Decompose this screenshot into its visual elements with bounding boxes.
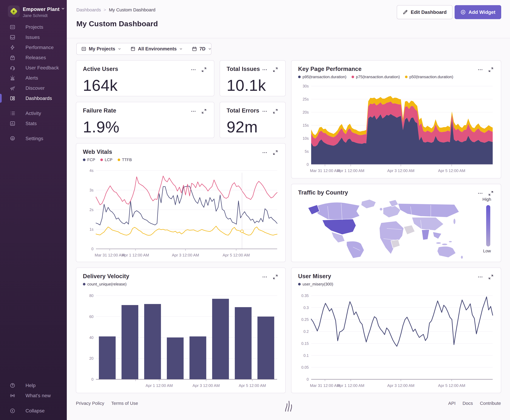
svg-text:10s: 10s bbox=[303, 136, 309, 141]
chevron-down-icon bbox=[208, 47, 211, 51]
releases-icon bbox=[9, 55, 15, 61]
sidebar-item-alerts[interactable]: Alerts bbox=[0, 73, 67, 83]
widget-title: Total Errors bbox=[227, 107, 259, 115]
breadcrumb: Dashboards > My Custom Dashboard bbox=[76, 7, 155, 12]
widget-menu-button[interactable] bbox=[261, 274, 268, 280]
add-widget-button[interactable]: Add Widget bbox=[455, 5, 501, 19]
chart-legend: user_misery(300) bbox=[298, 282, 333, 286]
widget-menu-button[interactable] bbox=[190, 108, 197, 115]
widget-menu-button[interactable] bbox=[190, 66, 197, 73]
date-range-filter[interactable]: 7D bbox=[187, 43, 211, 54]
user-feedback-icon bbox=[9, 65, 15, 71]
project-filter-icon bbox=[81, 46, 86, 52]
map-legend-high: High bbox=[482, 197, 491, 202]
svg-text:0.25: 0.25 bbox=[301, 317, 309, 322]
widget-expand-button[interactable] bbox=[488, 190, 494, 197]
widget-menu-button[interactable] bbox=[261, 66, 268, 73]
delivery-velocity-chart: 020406080Apr 1 12:00 AMApr 3 12:00 AMApr… bbox=[82, 293, 280, 390]
footer-left-links: Privacy Policy Terms of Use bbox=[76, 401, 138, 406]
svg-text:Apr 3 12:00 AM: Apr 3 12:00 AM bbox=[387, 383, 414, 388]
widget-title: Web Vitals bbox=[83, 149, 112, 156]
sidebar-item-projects[interactable]: Projects bbox=[0, 22, 67, 32]
privacy-policy-link[interactable]: Privacy Policy bbox=[76, 401, 104, 406]
svg-text:Apr 5 12:00 AM: Apr 5 12:00 AM bbox=[438, 168, 465, 173]
widget-expand-button[interactable] bbox=[201, 108, 207, 115]
svg-text:Mar 31 12:00 AM: Mar 31 12:00 AM bbox=[95, 253, 125, 257]
svg-text:Apr 3 12:00 AM: Apr 3 12:00 AM bbox=[387, 168, 414, 173]
sidebar-item-help[interactable]: Help bbox=[0, 380, 67, 390]
pencil-icon bbox=[403, 9, 408, 15]
svg-text:Apr 1 12:00 AM: Apr 1 12:00 AM bbox=[337, 383, 364, 388]
sidebar-collapse-button[interactable]: Collapse bbox=[0, 406, 67, 416]
svg-text:30s: 30s bbox=[303, 84, 309, 88]
svg-text:2s: 2s bbox=[89, 208, 94, 212]
projects-icon bbox=[9, 24, 15, 30]
sidebar-item-activity[interactable]: Activity bbox=[0, 108, 67, 119]
svg-text:0.05: 0.05 bbox=[301, 365, 309, 369]
terms-of-use-link[interactable]: Terms of Use bbox=[111, 401, 138, 406]
calendar-icon bbox=[192, 46, 197, 52]
api-link[interactable]: API bbox=[448, 401, 456, 406]
widget-expand-button[interactable] bbox=[488, 274, 494, 280]
widget-menu-button[interactable] bbox=[261, 108, 268, 115]
widget-total-errors: Total Errors 92m bbox=[220, 102, 286, 138]
svg-text:0.35: 0.35 bbox=[301, 293, 309, 298]
filter-bar: My Projects All Environments 7D bbox=[76, 43, 211, 55]
discover-icon bbox=[9, 85, 15, 91]
world-map bbox=[302, 196, 477, 259]
contribute-link[interactable]: Contribute bbox=[480, 401, 501, 406]
svg-text:0: 0 bbox=[91, 247, 94, 251]
org-switcher[interactable]: Empower Plant Jane Schmidt bbox=[8, 6, 63, 18]
svg-text:4s: 4s bbox=[89, 168, 94, 173]
footer-right-links: API Docs Contribute bbox=[448, 401, 501, 406]
svg-text:0.3: 0.3 bbox=[303, 306, 309, 310]
widget-expand-button[interactable] bbox=[488, 66, 494, 73]
sidebar-item-user-feedback[interactable]: User Feedback bbox=[0, 63, 67, 73]
widget-delivery-velocity: Delivery Velocity count_unique(release) … bbox=[76, 268, 286, 393]
svg-text:15s: 15s bbox=[303, 123, 309, 128]
org-user: Jane Schmidt bbox=[23, 13, 65, 18]
environment-filter[interactable]: All Environments bbox=[126, 43, 187, 54]
sidebar-item-releases[interactable]: Releases bbox=[0, 52, 67, 63]
widget-menu-button[interactable] bbox=[477, 66, 484, 73]
sidebar-item-issues[interactable]: Issues bbox=[0, 32, 67, 42]
sidebar-item-performance[interactable]: Performance bbox=[0, 42, 67, 52]
widget-menu-button[interactable] bbox=[477, 190, 484, 197]
sidebar-item-whats-new[interactable]: What's new bbox=[0, 390, 67, 401]
widget-expand-button[interactable] bbox=[272, 108, 279, 115]
dashboards-icon bbox=[9, 95, 15, 101]
svg-text:0.1: 0.1 bbox=[303, 353, 309, 358]
widget-expand-button[interactable] bbox=[272, 66, 279, 73]
sidebar-bottom: Help What's new bbox=[0, 380, 67, 401]
sidebar-item-discover[interactable]: Discover bbox=[0, 83, 67, 93]
org-avatar bbox=[8, 6, 20, 17]
sidebar-nav: Projects Issues Performance Releases Use… bbox=[0, 22, 67, 144]
sidebar-item-stats[interactable]: Stats bbox=[0, 119, 67, 129]
svg-text:Apr 5 12:00 AM: Apr 5 12:00 AM bbox=[223, 253, 250, 257]
project-filter[interactable]: My Projects bbox=[77, 43, 126, 54]
widget-menu-button[interactable] bbox=[261, 149, 268, 156]
sidebar-collapse-group: Collapse bbox=[0, 406, 67, 416]
svg-text:5s: 5s bbox=[305, 149, 309, 154]
svg-text:0.2: 0.2 bbox=[303, 329, 309, 334]
widget-expand-button[interactable] bbox=[272, 149, 279, 156]
settings-icon bbox=[9, 135, 15, 142]
widget-active-users: Active Users 164k bbox=[76, 60, 214, 96]
breadcrumb-dashboards[interactable]: Dashboards bbox=[76, 7, 101, 12]
sidebar-item-settings[interactable]: Settings bbox=[0, 134, 67, 144]
user-misery-chart: 00.050.10.150.20.250.30.35Mar 31 12:00 A… bbox=[297, 293, 495, 390]
svg-text:Apr 3 12:00 AM: Apr 3 12:00 AM bbox=[172, 253, 199, 257]
svg-text:0.15: 0.15 bbox=[301, 341, 309, 345]
docs-link[interactable]: Docs bbox=[463, 401, 473, 406]
widget-expand-button[interactable] bbox=[201, 66, 207, 73]
widget-expand-button[interactable] bbox=[272, 274, 279, 280]
svg-text:Apr 1 12:00 AM: Apr 1 12:00 AM bbox=[337, 168, 364, 173]
chevron-down-icon bbox=[179, 47, 183, 51]
widget-title: Key Page Performance bbox=[298, 66, 362, 73]
svg-text:Mar 31 12:00 AM: Mar 31 12:00 AM bbox=[310, 383, 340, 388]
widget-key-page-performance: Key Page Performance p95(transaction.dur… bbox=[291, 60, 501, 178]
widget-menu-button[interactable] bbox=[477, 274, 484, 280]
svg-text:Apr 5 12:00 AM: Apr 5 12:00 AM bbox=[239, 383, 266, 388]
sidebar-item-dashboards[interactable]: Dashboards bbox=[0, 93, 67, 103]
edit-dashboard-button[interactable]: Edit Dashboard bbox=[397, 5, 452, 19]
